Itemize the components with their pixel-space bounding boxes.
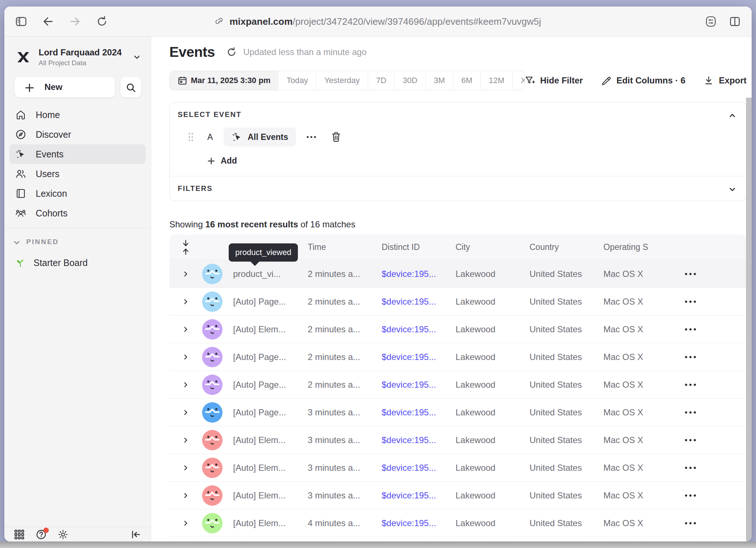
range-segment-7d[interactable]: 7D	[368, 71, 394, 90]
sidebar-item-discover[interactable]: Discover	[9, 125, 146, 144]
row-menu-icon[interactable]	[683, 410, 698, 415]
expand-row-icon[interactable]	[182, 436, 190, 444]
row-menu-icon[interactable]	[683, 493, 698, 498]
cell-os: Mac OS X	[603, 380, 677, 390]
forward-icon[interactable]	[69, 16, 81, 27]
browser-window: mixpanel.com/project/3472420/view/397469…	[4, 7, 752, 541]
export-button[interactable]: Export	[704, 75, 747, 86]
pinned-section-header[interactable]: PINNED	[4, 228, 151, 246]
split-view-icon[interactable]	[729, 16, 741, 27]
collapse-section-icon[interactable]	[728, 111, 737, 120]
expand-section-icon[interactable]	[728, 185, 737, 194]
apps-grid-icon[interactable]	[14, 529, 25, 540]
column-header-time[interactable]: Time	[308, 242, 382, 252]
table-row[interactable]: [Auto] Page...2 minutes a...$device:195.…	[169, 371, 747, 399]
expand-row-icon[interactable]	[182, 381, 190, 389]
more-options-icon[interactable]	[305, 132, 318, 142]
event-selector-pill[interactable]: All Events	[224, 128, 296, 146]
table-row[interactable]: [Auto] Page...2 minutes a...$device:195.…	[169, 343, 747, 371]
cell-distinct-id[interactable]: $device:195...	[382, 269, 456, 279]
cell-country: United States	[529, 352, 603, 362]
range-segment-30d[interactable]: 30D	[394, 71, 425, 90]
row-menu-icon[interactable]	[683, 521, 698, 525]
export-label: Export	[719, 75, 747, 86]
table-row[interactable]: [Auto] Elem...4 minutes a...$device:195.…	[169, 509, 747, 537]
range-segment-3m[interactable]: 3M	[425, 71, 453, 90]
help-icon[interactable]	[36, 529, 47, 540]
table-row[interactable]: [Auto] Elem...2 minutes a...$device:195.…	[169, 316, 747, 343]
project-switcher[interactable]: Lord Farquaad 2024 All Project Data	[4, 44, 151, 67]
add-event-button[interactable]: Add	[207, 156, 738, 166]
cell-distinct-id[interactable]: $device:195...	[382, 490, 456, 501]
table-row[interactable]	[169, 537, 747, 541]
row-menu-icon[interactable]	[683, 327, 698, 332]
url-bar[interactable]: mixpanel.com/project/3472420/view/397469…	[215, 16, 541, 27]
trash-icon[interactable]	[331, 132, 341, 142]
table-row[interactable]: [Auto] Page...2 minutes a...$device:195.…	[169, 288, 747, 316]
sidebar-nav: HomeDiscoverEventsUsersLexiconCohorts	[4, 105, 151, 223]
cell-distinct-id[interactable]: $device:195...	[382, 463, 456, 473]
gear-icon[interactable]	[58, 529, 68, 540]
range-segment-today[interactable]: Today	[279, 71, 316, 90]
column-header-city[interactable]: City	[456, 242, 529, 252]
collapse-sidebar-icon[interactable]	[130, 529, 141, 540]
row-menu-icon[interactable]	[683, 272, 698, 276]
cell-distinct-id[interactable]: $device:195...	[382, 380, 456, 390]
row-menu-icon[interactable]	[683, 383, 698, 387]
vertical-scrollbar[interactable]	[746, 98, 752, 541]
browser-toolbar: mixpanel.com/project/3472420/view/397469…	[4, 7, 752, 36]
row-menu-icon[interactable]	[683, 355, 698, 359]
expand-row-icon[interactable]	[182, 519, 190, 527]
back-icon[interactable]	[42, 16, 54, 27]
row-menu-icon[interactable]	[683, 300, 698, 304]
sidebar-item-home[interactable]: Home	[9, 105, 146, 125]
search-button[interactable]	[120, 77, 141, 98]
sidebar-item-lexicon[interactable]: Lexicon	[9, 184, 146, 203]
clause-letter: A	[206, 132, 214, 142]
range-segment-6m[interactable]: 6M	[453, 71, 481, 90]
expand-row-icon[interactable]	[182, 408, 190, 416]
expand-row-icon[interactable]	[182, 464, 190, 472]
cell-distinct-id[interactable]: $device:195...	[382, 324, 456, 334]
new-button[interactable]: New	[14, 77, 115, 98]
edit-columns-button[interactable]: Edit Columns · 6	[601, 75, 685, 86]
table-row[interactable]: [Auto] Elem...3 minutes a...$device:195.…	[169, 426, 747, 454]
range-segment-12m[interactable]: 12M	[480, 71, 512, 90]
range-segment-xtd[interactable]: XTD	[512, 71, 525, 90]
cell-distinct-id[interactable]: $device:195...	[382, 435, 456, 445]
expand-row-icon[interactable]	[182, 325, 190, 333]
drag-handle-icon[interactable]	[187, 132, 194, 142]
cell-distinct-id[interactable]: $device:195...	[382, 352, 456, 362]
page-settings-icon[interactable]	[705, 16, 717, 27]
link-icon	[215, 17, 224, 26]
cell-city: Lakewood	[456, 463, 529, 473]
pinned-item-starter-board[interactable]: Starter Board	[9, 253, 146, 272]
cell-distinct-id[interactable]: $device:195...	[382, 407, 456, 418]
column-header-operating-s[interactable]: Operating S	[603, 242, 677, 252]
expand-row-icon[interactable]	[182, 298, 190, 306]
sidebar-item-users[interactable]: Users	[9, 164, 146, 184]
expand-row-icon[interactable]	[182, 353, 190, 361]
sidebar-toggle-icon[interactable]	[15, 16, 27, 27]
refresh-icon[interactable]	[227, 47, 237, 57]
table-row[interactable]: [Auto] Elem...3 minutes a...$device:195.…	[169, 454, 747, 482]
row-menu-icon[interactable]	[683, 438, 698, 442]
hide-filter-button[interactable]: Hide Filter	[525, 75, 583, 86]
reload-icon[interactable]	[96, 16, 108, 27]
sidebar-item-cohorts[interactable]: Cohorts	[9, 203, 146, 223]
table-row[interactable]: [Auto] Page...3 minutes a...$device:195.…	[169, 399, 747, 426]
cell-distinct-id[interactable]: $device:195...	[382, 297, 456, 307]
date-picker-segment[interactable]: Mar 11, 2025 3:30 pm	[170, 71, 279, 90]
expand-row-icon[interactable]	[182, 270, 190, 278]
sidebar-item-events[interactable]: Events	[9, 144, 146, 164]
cell-distinct-id[interactable]: $device:195...	[382, 518, 456, 528]
plus-icon	[24, 82, 35, 92]
row-menu-icon[interactable]	[683, 466, 698, 470]
column-header-country[interactable]: Country	[529, 242, 603, 252]
column-header-distinct-id[interactable]: Distinct ID	[382, 242, 456, 252]
table-row[interactable]: [Auto] Elem...3 minutes a...$device:195.…	[169, 482, 747, 509]
expand-row-icon[interactable]	[182, 492, 190, 500]
cell-event-name: [Auto] Elem...	[233, 463, 308, 473]
collapse-rows-icon[interactable]	[181, 240, 190, 255]
range-segment-yesterday[interactable]: Yesterday	[316, 71, 368, 90]
